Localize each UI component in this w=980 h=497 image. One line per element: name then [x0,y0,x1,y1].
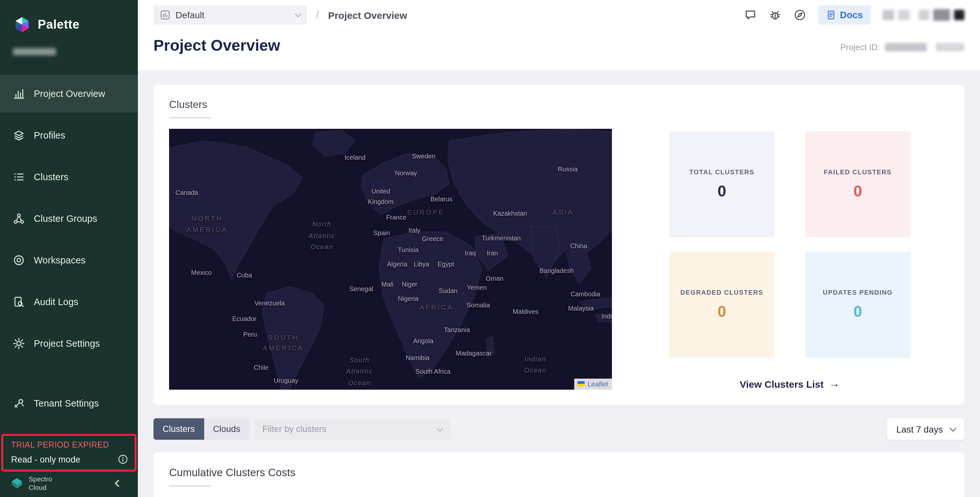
tab-clouds[interactable]: Clouds [204,418,250,440]
palette-logo[interactable]: Palette [0,0,138,34]
map-label: Peru [243,330,257,339]
view-clusters-list-link[interactable]: View Clusters List → [669,377,910,390]
view-toggle: Clusters Clouds [153,418,250,440]
map-label: South Atlantic Ocean [346,354,373,389]
map-label: Tanzania [444,325,470,335]
list-icon [13,171,25,183]
map-label: Algeria [387,259,407,269]
sidebar-footer: Spectro Cloud [0,468,138,497]
clusters-filter-placeholder: Filter by clusters [262,424,326,434]
stat-label: TOTAL CLUSTERS [689,169,754,176]
info-icon[interactable] [118,454,128,465]
chevron-down-icon [436,425,443,431]
gear-icon [13,338,25,349]
map-label: Chile [254,363,269,373]
docs-icon [826,10,836,20]
stat-tile: UPDATES PENDING 0 [805,252,910,358]
map-label: China [570,241,587,251]
ukraine-flag-icon [578,381,585,386]
topbar: Default / Project Overview Docs [138,0,980,30]
project-id: Project ID: [840,42,964,55]
map-label: United Kingdom [368,187,394,207]
sidebar-item-tenant-settings[interactable]: Tenant Settings [0,384,138,422]
app: Palette Project Overview Profiles Clus [0,0,980,497]
map-label: Belarus [431,194,453,204]
footer-brand-bottom: Cloud [29,483,52,491]
breadcrumb: Project Overview [328,10,407,21]
sidebar-item-project-overview[interactable]: Project Overview [0,75,138,113]
map-label: Somalia [466,300,490,310]
redacted-project-id [885,43,927,51]
map-label: NORTH AMERICA [187,213,228,234]
sidebar-item-project-settings[interactable]: Project Settings [0,325,138,362]
world-map[interactable]: IcelandSwedenNorwayRussiaCanadaUnited Ki… [169,129,612,390]
sidebar-item-audit-logs[interactable]: Audit Logs [0,283,138,321]
redacted-project-name [13,48,56,55]
sidebar-item-clusters[interactable]: Clusters [0,158,138,196]
cluster-stats: TOTAL CLUSTERS 0 FAILED CLUSTERS 0 DEGRA… [669,131,910,390]
date-range-select[interactable]: Last 7 days [887,418,964,440]
date-range-value: Last 7 days [896,424,943,434]
compass-icon[interactable] [793,8,806,21]
map-label: Nigeria [398,294,418,304]
map-label: Cuba [237,270,252,280]
project-selector-value: Default [176,10,205,20]
map-label: Canada [175,188,198,198]
map-label: Madagascar [456,348,492,358]
map-label: Kazakhstan [493,208,527,218]
stat-tile: DEGRADED CLUSTERS 0 [669,252,775,358]
sidebar-item-label: Clusters [34,172,68,182]
leaflet-attribution[interactable]: Leaflet [574,379,612,390]
footer-brand-top: Spectro [29,475,52,483]
trial-banner-title: TRIAL PERIOD EXPIRED [11,440,128,449]
project-selector-dropdown[interactable]: Default [153,5,307,25]
tab-clusters[interactable]: Clusters [153,418,204,440]
layers-icon [13,129,25,141]
trial-banner-subtitle: Read - only mode [11,454,80,464]
map-label: Angola [413,336,433,346]
map-label: Namibia [406,353,429,363]
clusters-card: Clusters [153,84,964,405]
map-label: Sweden [412,151,435,161]
map-label: Senegal [349,284,373,294]
map-label: Greece [422,234,444,244]
chevron-down-icon [950,425,956,431]
stat-value: 0 [718,303,726,321]
map-label: Niger [402,279,417,290]
sidebar-item-label: Cluster Groups [34,213,97,224]
stat-label: FAILED CLUSTERS [824,169,892,176]
map-label: Venezuela [254,298,285,308]
map-label: Spain [373,228,390,238]
collapse-sidebar-icon[interactable] [115,479,122,487]
map-label: Cambodia [571,289,600,299]
chevron-down-icon [295,11,301,17]
stat-value: 0 [854,182,862,201]
clusters-filter-select[interactable]: Filter by clusters [255,418,450,440]
map-label: AFRICA [420,301,453,312]
sidebar-item-profiles[interactable]: Profiles [0,116,138,154]
trial-banner: TRIAL PERIOD EXPIRED Read - only mode [1,434,137,472]
stat-label: UPDATES PENDING [823,289,893,296]
map-label: Indonesia [601,311,612,321]
sidebar-item-label: Tenant Settings [34,398,99,409]
stat-tile: TOTAL CLUSTERS 0 [669,131,775,237]
map-label: Italy [408,225,420,235]
brand-name: Palette [38,18,80,32]
title-underline [169,485,211,487]
map-label: Oman [486,273,503,283]
sidebar-item-cluster-groups[interactable]: Cluster Groups [0,200,138,237]
sidebar-item-label: Project Overview [34,88,105,99]
sidebar-item-workspaces[interactable]: Workspaces [0,241,138,279]
chart-icon [13,88,25,100]
sidebar-item-label: Workspaces [34,255,86,265]
sidebar-item-label: Profiles [34,130,65,140]
sidebar: Palette Project Overview Profiles Clus [0,0,138,497]
map-label: Russia [558,164,578,174]
docs-button[interactable]: Docs [818,5,871,25]
project-chart-icon [160,10,170,20]
target-icon [13,254,25,266]
bug-icon[interactable] [768,8,781,21]
map-label: Bangladesh [539,266,574,276]
chat-icon[interactable] [744,8,757,21]
page-header: Project Overview Project ID: [138,30,980,70]
